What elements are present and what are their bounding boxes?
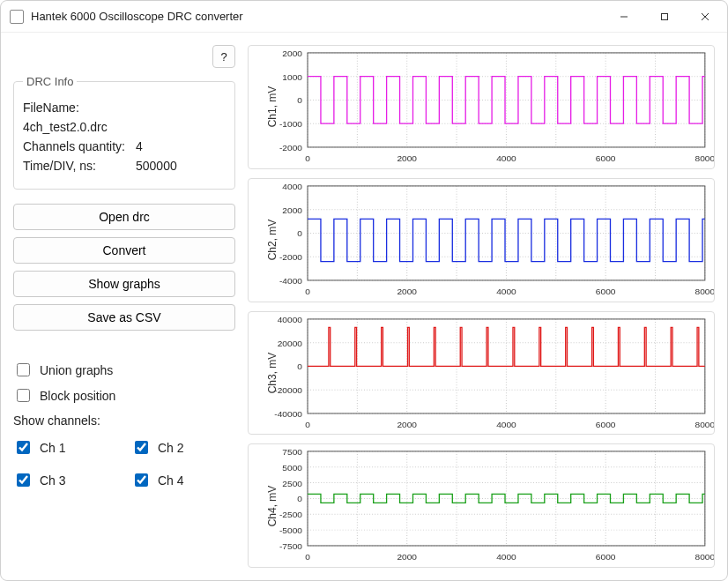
svg-text:2000: 2000	[397, 287, 417, 296]
ch4-label: Ch 4	[158, 473, 184, 488]
open-drc-button[interactable]: Open drc	[13, 204, 235, 230]
svg-text:6000: 6000	[596, 287, 616, 296]
block-position-input[interactable]	[17, 389, 30, 402]
svg-text:1000: 1000	[282, 72, 302, 82]
svg-text:7500: 7500	[282, 447, 302, 457]
svg-text:4000: 4000	[496, 153, 516, 163]
svg-text:2000: 2000	[397, 419, 417, 428]
ch2-input[interactable]	[135, 441, 148, 454]
svg-text:-2000: -2000	[279, 143, 302, 153]
svg-text:0: 0	[297, 228, 302, 238]
convert-button[interactable]: Convert	[13, 237, 235, 264]
chart-ch2: -4000-200002000400002000400060008000Ch2,…	[248, 178, 715, 302]
svg-text:2000: 2000	[397, 153, 417, 163]
svg-text:6000: 6000	[596, 153, 616, 163]
svg-text:40000: 40000	[278, 315, 303, 324]
svg-text:5000: 5000	[282, 463, 302, 473]
minimize-button[interactable]	[604, 3, 644, 31]
save-csv-button[interactable]: Save as CSV	[13, 304, 235, 331]
chart-ch1: -2000-100001000200002000400060008000Ch1,…	[248, 45, 715, 169]
svg-text:2500: 2500	[282, 479, 302, 488]
app-window: Hantek 6000 Oscilloscope DRC converter ?…	[0, 0, 728, 581]
svg-text:-40000: -40000	[274, 409, 302, 419]
block-position-checkbox[interactable]: Block position	[13, 386, 235, 405]
svg-text:6000: 6000	[596, 419, 616, 428]
svg-text:0: 0	[305, 552, 310, 562]
ch1-label: Ch 1	[40, 441, 66, 455]
svg-text:2000: 2000	[397, 552, 417, 562]
ch3-label: Ch 3	[40, 473, 66, 488]
svg-text:8000: 8000	[695, 419, 714, 428]
union-graphs-checkbox[interactable]: Union graphs	[13, 361, 235, 379]
ch4-input[interactable]	[135, 473, 148, 487]
svg-text:4000: 4000	[496, 287, 516, 296]
filename-label: FileName:	[23, 101, 136, 115]
maximize-button[interactable]	[644, 3, 685, 31]
svg-text:2000: 2000	[282, 205, 302, 215]
window-title: Hantek 6000 Oscilloscope DRC converter	[31, 10, 243, 23]
svg-text:4000: 4000	[282, 182, 302, 191]
svg-text:6000: 6000	[596, 552, 616, 562]
chart-ylabel: Ch2, mV	[266, 220, 279, 261]
show-graphs-button[interactable]: Show graphs	[13, 271, 235, 297]
union-graphs-label: Union graphs	[40, 363, 113, 377]
channels-label: Channels quantity:	[23, 139, 136, 153]
svg-text:0: 0	[297, 96, 302, 106]
svg-text:0: 0	[297, 495, 302, 504]
drc-info-legend: DRC Info	[23, 75, 77, 88]
left-panel: ? DRC Info FileName: 4ch_test2.0.drc Cha…	[13, 45, 235, 568]
svg-text:-2500: -2500	[279, 510, 302, 520]
titlebar: Hantek 6000 Oscilloscope DRC converter	[1, 1, 727, 33]
chart-ch4: -7500-5000-25000250050007500020004000600…	[248, 443, 715, 568]
chart-ylabel: Ch1, mV	[266, 86, 279, 128]
svg-text:-1000: -1000	[279, 119, 302, 129]
close-button[interactable]	[685, 3, 725, 31]
charts-panel: -2000-100001000200002000400060008000Ch1,…	[248, 45, 715, 568]
svg-text:4000: 4000	[496, 552, 516, 562]
ch2-checkbox[interactable]: Ch 2	[131, 438, 235, 457]
svg-text:-2000: -2000	[279, 252, 302, 262]
svg-text:-7500: -7500	[279, 541, 302, 551]
drc-info-group: DRC Info FileName: 4ch_test2.0.drc Chann…	[13, 75, 235, 190]
svg-text:8000: 8000	[695, 287, 714, 296]
svg-text:20000: 20000	[278, 338, 303, 347]
chart-ylabel: Ch4, mV	[266, 485, 279, 526]
ch3-input[interactable]	[17, 473, 30, 487]
svg-text:2000: 2000	[282, 48, 302, 58]
ch2-label: Ch 2	[158, 441, 184, 455]
channel-checkbox-grid: Ch 1 Ch 2 Ch 3 Ch 4	[13, 431, 235, 496]
channels-value: 4	[136, 139, 143, 153]
svg-text:4000: 4000	[496, 419, 516, 428]
svg-text:-4000: -4000	[279, 276, 302, 286]
svg-text:0: 0	[305, 419, 310, 428]
filename-value: 4ch_test2.0.drc	[23, 120, 226, 134]
ch3-checkbox[interactable]: Ch 3	[13, 471, 117, 489]
timediv-value: 500000	[136, 159, 177, 173]
block-position-label: Block position	[40, 389, 115, 403]
client-area: ? DRC Info FileName: 4ch_test2.0.drc Cha…	[1, 33, 727, 580]
svg-text:-5000: -5000	[279, 525, 302, 535]
ch1-checkbox[interactable]: Ch 1	[13, 438, 117, 457]
svg-text:0: 0	[297, 361, 302, 371]
svg-text:8000: 8000	[695, 153, 714, 163]
svg-text:0: 0	[305, 153, 310, 163]
chart-ch3: -40000-200000200004000002000400060008000…	[248, 311, 715, 436]
ch1-input[interactable]	[17, 441, 30, 454]
options-group: Union graphs Block position Show channel…	[13, 354, 235, 496]
svg-text:0: 0	[305, 287, 310, 296]
help-button[interactable]: ?	[212, 45, 235, 68]
window-controls	[604, 3, 725, 31]
show-channels-label: Show channels:	[13, 413, 235, 428]
app-icon	[10, 10, 24, 24]
ch4-checkbox[interactable]: Ch 4	[131, 471, 235, 489]
svg-rect-0	[662, 13, 668, 19]
timediv-label: Time/DIV, ns:	[23, 159, 136, 173]
union-graphs-input[interactable]	[17, 363, 30, 376]
svg-text:8000: 8000	[695, 552, 714, 562]
chart-ylabel: Ch3, mV	[266, 353, 279, 394]
